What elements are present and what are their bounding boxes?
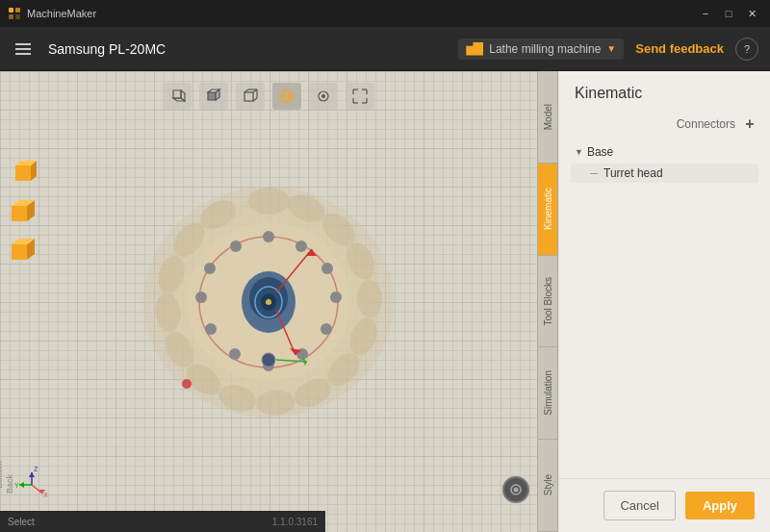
center-point-icon[interactable] [309, 83, 338, 110]
globe-icon [278, 88, 295, 105]
tab-simulation[interactable]: Simulation [538, 347, 557, 440]
tree-base-label: Base [587, 145, 613, 159]
svg-marker-90 [29, 472, 35, 477]
cancel-button[interactable]: Cancel [603, 491, 675, 520]
machine-type-label: Lathe milling machine [489, 42, 601, 56]
svg-point-63 [321, 323, 332, 335]
send-feedback-button[interactable]: Send feedback [635, 41, 724, 56]
content-area: X Y Z Bottom Back Select 1.1.0.3161 Mode… [0, 71, 770, 532]
apply-button[interactable]: Apply [685, 492, 755, 519]
cube-side-icon [205, 88, 222, 105]
side-tabs: Model Kinematic Tool Blocks Simulation S… [537, 71, 558, 532]
panel-title: Kinematic [559, 71, 770, 110]
svg-point-95 [514, 488, 519, 493]
svg-marker-35 [12, 244, 27, 260]
minimize-button[interactable]: − [695, 4, 716, 23]
svg-point-20 [321, 94, 325, 98]
tree-line [590, 173, 598, 174]
svg-marker-7 [208, 92, 216, 100]
maximize-button[interactable]: □ [718, 4, 739, 23]
svg-rect-0 [9, 8, 13, 13]
kinematic-tree: ▼ Base Turret head [571, 142, 758, 183]
back-label: Back [5, 474, 14, 494]
right-panel: Kinematic Connectors + ▼ Base Turret hea… [558, 71, 770, 532]
axis-indicator: X Y Z Bottom Back [13, 467, 50, 503]
tab-style-label: Style [543, 470, 553, 499]
titlebar-left: MachineMaker [8, 7, 96, 20]
view-cube-icon[interactable] [163, 83, 192, 110]
tree-item-base[interactable]: ▼ Base [571, 142, 758, 162]
version-number: 1.1.0.3161 [272, 517, 318, 527]
svg-line-85 [32, 485, 42, 494]
tree-turret-label: Turret head [603, 166, 663, 180]
resize-icon[interactable] [346, 83, 374, 110]
svg-text:X: X [43, 492, 48, 498]
object-cube-3[interactable] [8, 235, 38, 266]
viewport[interactable]: X Y Z Bottom Back Select 1.1.0.3161 [0, 71, 537, 532]
wireframe-icon [242, 88, 259, 105]
dropdown-arrow-icon: ▼ [606, 43, 616, 54]
tree-item-turret-head[interactable]: Turret head [571, 164, 758, 183]
tab-model-label: Model [543, 100, 553, 134]
svg-point-60 [295, 241, 307, 252]
tab-tool-blocks-label: Tool Blocks [543, 273, 553, 330]
tab-kinematic[interactable]: Kinematic [538, 164, 557, 256]
object-cube-2[interactable] [8, 196, 38, 227]
svg-point-69 [204, 263, 216, 274]
svg-marker-29 [15, 165, 31, 181]
orientation-icon[interactable] [272, 83, 301, 110]
svg-rect-1 [15, 8, 20, 13]
svg-point-67 [205, 323, 217, 335]
tab-style[interactable]: Style [538, 440, 557, 532]
status-bar: Select 1.1.0.3161 [0, 511, 325, 532]
record-icon [509, 483, 523, 496]
svg-point-70 [230, 241, 242, 252]
svg-rect-3 [15, 14, 20, 19]
svg-rect-10 [244, 92, 253, 101]
bottom-label: Bottom [0, 461, 4, 489]
panel-footer: Cancel Apply [559, 478, 770, 532]
view-wireframe-icon[interactable] [236, 83, 265, 110]
svg-marker-88 [19, 482, 24, 488]
toolbar-right: Lathe milling machine ▼ Send feedback ? [458, 38, 758, 61]
status-mode: Select [8, 517, 35, 527]
svg-point-42 [247, 188, 290, 215]
toolbar-left: Samsung PL-20MC [12, 39, 166, 59]
object-cube-1[interactable] [8, 158, 38, 189]
svg-line-13 [253, 98, 257, 101]
connectors-row: Connectors + [571, 110, 758, 139]
tab-model[interactable]: Model [538, 71, 557, 164]
svg-text:Y: Y [14, 482, 19, 489]
machine-type-icon [466, 42, 483, 56]
playback-button[interactable] [502, 476, 529, 503]
cube-front-icon [168, 88, 186, 105]
svg-point-62 [330, 291, 342, 303]
window-controls[interactable]: − □ ✕ [695, 4, 762, 23]
svg-point-83 [262, 353, 275, 367]
tab-simulation-label: Simulation [543, 367, 553, 419]
view-cube-side-icon[interactable] [199, 83, 228, 110]
panel-content: Connectors + ▼ Base Turret head [559, 110, 770, 478]
app-title: MachineMaker [27, 8, 96, 19]
main-toolbar: Samsung PL-20MC Lathe milling machine ▼ … [0, 27, 770, 71]
connectors-label: Connectors [677, 117, 735, 131]
help-button[interactable]: ? [735, 38, 758, 61]
viewport-icon-bar [163, 83, 374, 110]
svg-point-59 [263, 231, 274, 242]
close-button[interactable]: ✕ [741, 4, 762, 23]
tab-tool-blocks[interactable]: Tool Blocks [538, 256, 557, 348]
tab-kinematic-label: Kinematic [543, 184, 553, 234]
axis-svg: X Y Z [13, 467, 50, 503]
svg-marker-4 [173, 90, 181, 98]
add-connector-button[interactable]: + [741, 115, 758, 133]
object-palette [8, 158, 38, 266]
machine-3d-view [105, 148, 432, 456]
hamburger-button[interactable] [12, 39, 35, 59]
titlebar: MachineMaker − □ ✕ [0, 0, 770, 27]
machine-name: Samsung PL-20MC [48, 41, 166, 57]
hamburger-line-3 [15, 53, 31, 55]
point-icon [315, 88, 332, 105]
tree-arrow-icon: ▼ [575, 147, 583, 157]
machine-type-selector[interactable]: Lathe milling machine ▼ [458, 38, 624, 60]
svg-point-84 [182, 379, 192, 389]
